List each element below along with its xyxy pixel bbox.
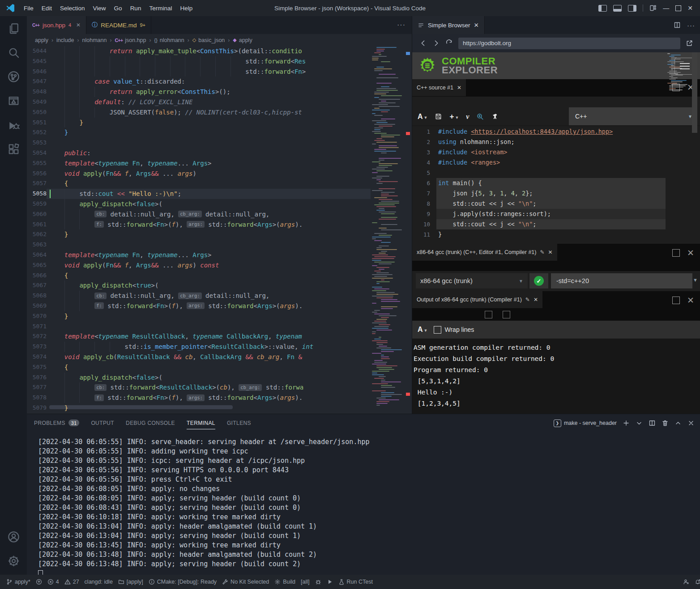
activity-search-icon[interactable] <box>0 40 27 64</box>
breadcrumb-item-nlohmann[interactable]: nlohmann <box>82 37 107 43</box>
close-icon[interactable]: ✕ <box>534 297 538 303</box>
run-ctest-button[interactable]: Run CTest <box>336 579 376 585</box>
ce-minimap[interactable] <box>666 52 690 119</box>
close-icon[interactable]: ✕ <box>548 249 553 255</box>
ce-compiler-tab[interactable]: x86-64 gcc (trunk) (C++, Editor #1, Comp… <box>412 244 557 261</box>
close-icon[interactable]: ✕ <box>474 21 479 29</box>
activity-account-icon[interactable] <box>0 525 27 549</box>
tab-json-hpp[interactable]: C++json.hpp4✕ <box>27 16 86 34</box>
horizontal-scrollbar[interactable] <box>49 405 233 409</box>
cmake-status[interactable]: CMake: [Debug]: Ready <box>146 579 219 585</box>
menu-item-view[interactable]: View <box>89 5 110 12</box>
menu-item-edit[interactable]: Edit <box>38 5 56 12</box>
warning-count[interactable]: 27 <box>62 579 82 585</box>
close-icon[interactable]: ✕ <box>76 22 81 28</box>
activity-extensions-icon[interactable] <box>0 137 27 161</box>
breadcrumb-item-apply[interactable]: ◆apply <box>233 37 252 43</box>
chevron-down-icon[interactable]: ▼ <box>693 277 698 283</box>
minimap[interactable] <box>371 46 405 409</box>
compiler-explorer-logo-icon[interactable] <box>417 55 438 76</box>
launch-button[interactable] <box>324 579 336 585</box>
menu-item-go[interactable]: Go <box>110 5 126 12</box>
ce-source-editor[interactable]: 1#include <https://localhost:8443/apply/… <box>412 127 700 244</box>
close-pane-icon[interactable]: ✕ <box>687 297 694 304</box>
maximize-button[interactable] <box>675 5 681 11</box>
more-actions-icon[interactable]: ··· <box>687 21 695 29</box>
activity-debug-icon[interactable] <box>0 113 27 137</box>
quick-bench-bird-icon[interactable] <box>491 113 499 120</box>
close-pane-icon[interactable]: ✕ <box>687 250 694 256</box>
panel-tab-terminal[interactable]: TERMINAL <box>187 417 215 429</box>
vim-mode-icon[interactable]: v <box>466 113 469 121</box>
maximize-panel-chevron-icon[interactable] <box>674 420 682 427</box>
activity-cmake-icon[interactable] <box>0 89 27 113</box>
menu-item-run[interactable]: Run <box>126 5 145 12</box>
ce-output-tab[interactable]: Output of x86-64 gcc (trunk) (Compiler #… <box>412 291 542 308</box>
active-folder[interactable]: [apply] <box>115 579 146 585</box>
notifications-bell[interactable] <box>692 579 700 585</box>
chevron-down-icon[interactable] <box>636 420 643 427</box>
back-icon[interactable] <box>419 39 427 47</box>
reload-icon[interactable] <box>445 39 453 47</box>
activity-source-control-icon[interactable] <box>0 64 27 89</box>
build-button[interactable]: Build <box>272 579 298 585</box>
close-icon[interactable]: ✕ <box>457 85 461 91</box>
breadcrumb-item-json.hpp[interactable]: C++json.hpp <box>115 37 146 43</box>
toggle-panel-icon[interactable] <box>613 5 622 12</box>
close-window-button[interactable]: ✕ <box>687 4 693 12</box>
debug-button[interactable] <box>312 579 324 585</box>
menu-item-help[interactable]: Help <box>176 5 196 12</box>
maximize-pane-icon[interactable] <box>672 297 680 304</box>
panel-tab-problems[interactable]: PROBLEMS31 <box>34 417 79 429</box>
rename-pencil-icon[interactable]: ✎ <box>525 297 530 303</box>
build-target[interactable]: [all] <box>298 579 312 585</box>
panel-tab-output[interactable]: OUTPUT <box>91 417 114 429</box>
activity-settings-gear-icon[interactable] <box>0 549 27 573</box>
breadcrumb-item-basic_json[interactable]: ◇basic_json <box>192 37 225 43</box>
breadcrumb-item-apply[interactable]: apply <box>35 37 48 43</box>
split-editor-icon[interactable] <box>674 21 681 29</box>
font-size-button[interactable]: A▼ <box>418 326 427 334</box>
toggle-sidebar-icon[interactable] <box>598 5 607 12</box>
code-editor[interactable]: 5044 return apply_make_tuple<ConstThis>(… <box>27 46 371 414</box>
toggle-secondary-sidebar-icon[interactable] <box>628 5 636 12</box>
menu-item-file[interactable]: File <box>20 5 38 12</box>
error-count[interactable]: 4 <box>45 579 62 585</box>
add-pane-button[interactable]: +▼ <box>449 112 459 121</box>
url-input[interactable]: https://godbolt.org <box>458 38 680 49</box>
wrap-lines-toggle[interactable]: Wrap lines <box>434 326 474 334</box>
activity-files-icon[interactable] <box>0 16 27 40</box>
new-terminal-plus-icon[interactable] <box>623 420 630 427</box>
kill-terminal-trash-icon[interactable] <box>662 420 669 427</box>
publish-changes[interactable] <box>33 579 45 585</box>
customize-layout-icon[interactable] <box>649 4 657 12</box>
terminal-output[interactable]: [2022-04-30 06:05:55] INFO: serve_header… <box>38 437 696 575</box>
font-size-button[interactable]: A▼ <box>418 113 427 121</box>
kit-selector[interactable]: No Kit Selected <box>219 579 272 585</box>
tab-readme-md[interactable]: ⓘREADME.md9+ <box>86 16 151 34</box>
ce-editor-scrollbar[interactable] <box>692 52 697 133</box>
rename-pencil-icon[interactable]: ✎ <box>540 249 544 255</box>
ce-source-tab[interactable]: C++ source #1 ✕ <box>412 79 466 96</box>
open-external-icon[interactable] <box>686 39 693 47</box>
clangd-status[interactable]: clangd: idle <box>82 579 115 585</box>
maximize-pane-icon[interactable] <box>672 249 680 257</box>
terminal-instance-select[interactable]: ❯ make - serve_header <box>554 420 617 427</box>
save-icon[interactable] <box>435 113 442 120</box>
panel-tab-debug-console[interactable]: DEBUG CONSOLE <box>126 417 175 429</box>
compiler-options-input[interactable]: -std=c++20 <box>551 273 692 288</box>
feedback-icon[interactable] <box>680 579 692 585</box>
menu-item-terminal[interactable]: Terminal <box>145 5 176 12</box>
minimize-button[interactable]: — <box>663 4 669 12</box>
menu-item-selection[interactable]: Selection <box>56 5 89 12</box>
editor-actions-more-icon[interactable]: ··· <box>397 16 405 34</box>
zoom-search-icon[interactable] <box>476 113 484 120</box>
forward-icon[interactable] <box>432 39 440 47</box>
tab-simple-browser[interactable]: Simple Browser ✕ <box>412 16 485 34</box>
compiler-select[interactable]: x86-64 gcc (trunk) ▼ <box>416 273 528 288</box>
split-terminal-icon[interactable] <box>649 420 656 427</box>
close-panel-icon[interactable] <box>687 420 695 427</box>
breadcrumb-item-include[interactable]: include <box>56 37 74 43</box>
breadcrumb-item-nlohmann[interactable]: {}nlohmann <box>154 37 184 43</box>
git-branch-status[interactable]: apply* <box>4 579 33 585</box>
